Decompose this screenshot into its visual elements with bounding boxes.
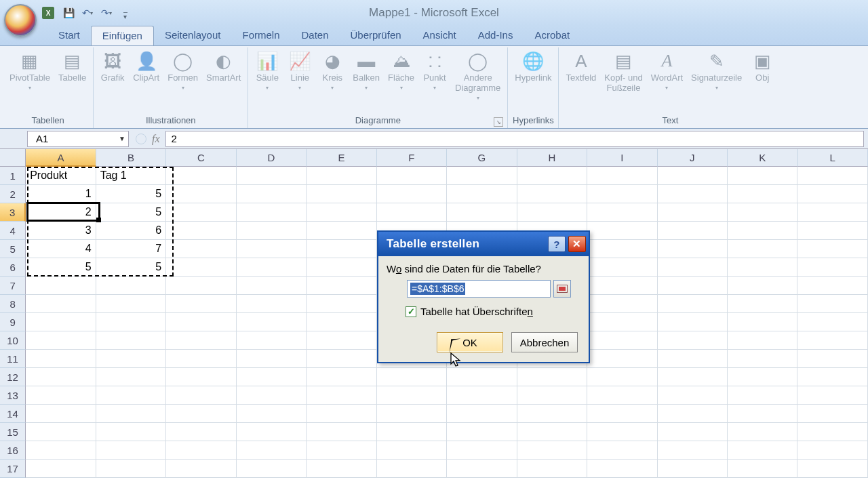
cell[interactable] bbox=[797, 423, 867, 441]
cell[interactable] bbox=[517, 441, 587, 460]
cell[interactable] bbox=[587, 313, 657, 331]
cell[interactable] bbox=[658, 368, 728, 386]
cell[interactable] bbox=[237, 368, 307, 386]
cancel-formula-icon[interactable] bbox=[136, 134, 146, 144]
cell[interactable] bbox=[96, 441, 166, 460]
cell[interactable] bbox=[96, 350, 166, 368]
cell[interactable]: 6 bbox=[96, 222, 166, 240]
cell[interactable] bbox=[797, 405, 867, 423]
cell[interactable] bbox=[237, 313, 307, 331]
formen-button[interactable]: ◯ Formen ▾ bbox=[163, 49, 202, 92]
cell[interactable] bbox=[658, 277, 728, 295]
cell[interactable] bbox=[377, 185, 447, 203]
cell[interactable] bbox=[237, 167, 307, 185]
row-header[interactable]: 6 bbox=[0, 258, 26, 277]
cell[interactable]: 5 bbox=[96, 203, 166, 222]
cell[interactable]: 4 bbox=[26, 240, 96, 258]
cell[interactable] bbox=[658, 441, 728, 460]
cell[interactable] bbox=[587, 368, 657, 386]
fx-icon[interactable]: fx bbox=[152, 133, 160, 145]
cell[interactable] bbox=[658, 423, 728, 441]
row-header[interactable]: 12 bbox=[0, 368, 26, 386]
cell[interactable] bbox=[166, 295, 236, 313]
cell[interactable] bbox=[26, 423, 96, 441]
ok-button[interactable]: OK bbox=[437, 332, 503, 352]
row-header[interactable]: 14 bbox=[0, 405, 26, 423]
column-header[interactable]: C bbox=[166, 149, 236, 167]
cell[interactable] bbox=[728, 331, 797, 350]
row-header[interactable]: 17 bbox=[0, 460, 26, 478]
header-footer-button[interactable]: ▤Kopf- und Fußzeile bbox=[600, 49, 646, 95]
cell[interactable] bbox=[797, 350, 867, 368]
column-header[interactable]: L bbox=[798, 149, 868, 167]
cell[interactable] bbox=[797, 222, 867, 240]
cell[interactable] bbox=[517, 460, 587, 478]
cell[interactable] bbox=[797, 240, 867, 258]
cell[interactable]: 5 bbox=[96, 258, 166, 277]
textbox-button[interactable]: ATextfeld bbox=[561, 49, 600, 85]
cell[interactable] bbox=[237, 295, 307, 313]
cell[interactable] bbox=[728, 460, 797, 478]
cell[interactable] bbox=[166, 313, 236, 331]
cell[interactable] bbox=[377, 203, 447, 222]
formula-bar[interactable]: 2 bbox=[165, 131, 864, 147]
cell[interactable] bbox=[447, 185, 517, 203]
row-header[interactable]: 10 bbox=[0, 331, 26, 350]
cell[interactable] bbox=[377, 386, 447, 405]
cell[interactable]: 1 bbox=[26, 185, 96, 203]
cell[interactable] bbox=[166, 405, 236, 423]
row-header[interactable]: 15 bbox=[0, 423, 26, 441]
cell[interactable] bbox=[797, 185, 867, 203]
cell[interactable] bbox=[587, 240, 657, 258]
cell[interactable] bbox=[517, 185, 587, 203]
row-header[interactable]: 16 bbox=[0, 441, 26, 460]
cell[interactable] bbox=[447, 405, 517, 423]
row-header[interactable]: 3 bbox=[0, 203, 26, 222]
wordart-button[interactable]: AWordArt▾ bbox=[647, 49, 687, 92]
cell[interactable] bbox=[797, 277, 867, 295]
cell[interactable] bbox=[447, 203, 517, 222]
cell[interactable] bbox=[307, 203, 376, 222]
collapse-dialog-icon[interactable] bbox=[553, 280, 571, 298]
bar-chart-button[interactable]: ▬Balken▾ bbox=[349, 49, 384, 92]
cell[interactable]: Produkt bbox=[26, 167, 96, 185]
cell[interactable] bbox=[166, 441, 236, 460]
cell[interactable] bbox=[447, 460, 517, 478]
row-header[interactable]: 4 bbox=[0, 222, 26, 240]
cell[interactable] bbox=[166, 203, 236, 222]
cell[interactable] bbox=[166, 386, 236, 405]
cell[interactable] bbox=[728, 386, 797, 405]
row-header[interactable]: 7 bbox=[0, 277, 26, 295]
column-header[interactable]: G bbox=[447, 149, 517, 167]
cell[interactable] bbox=[728, 441, 797, 460]
cell[interactable] bbox=[658, 295, 728, 313]
cell[interactable] bbox=[797, 295, 867, 313]
cell[interactable] bbox=[307, 405, 376, 423]
cell[interactable] bbox=[728, 295, 797, 313]
dropdown-icon[interactable]: ▼ bbox=[119, 135, 125, 142]
smartart-button[interactable]: ◐ SmartArt bbox=[202, 49, 245, 85]
cell[interactable] bbox=[237, 350, 307, 368]
name-box[interactable]: A1 ▼ bbox=[27, 131, 129, 147]
cell[interactable] bbox=[797, 368, 867, 386]
cell[interactable] bbox=[658, 240, 728, 258]
cell[interactable] bbox=[307, 423, 376, 441]
hyperlink-button[interactable]: 🌐Hyperlink bbox=[511, 49, 555, 85]
undo-icon[interactable]: ↶ ▾ bbox=[80, 5, 95, 20]
cell[interactable] bbox=[658, 460, 728, 478]
cell[interactable] bbox=[797, 167, 867, 185]
cell[interactable] bbox=[728, 350, 797, 368]
cell[interactable] bbox=[447, 368, 517, 386]
cell[interactable] bbox=[237, 460, 307, 478]
cell[interactable] bbox=[658, 313, 728, 331]
cell[interactable] bbox=[587, 350, 657, 368]
cell[interactable] bbox=[797, 258, 867, 277]
object-button[interactable]: ▣Obj bbox=[746, 49, 778, 85]
tab-start[interactable]: Start bbox=[47, 26, 91, 45]
cell[interactable] bbox=[587, 386, 657, 405]
cell[interactable] bbox=[96, 405, 166, 423]
cell[interactable] bbox=[517, 423, 587, 441]
cell[interactable] bbox=[728, 167, 797, 185]
column-header[interactable]: D bbox=[237, 149, 307, 167]
clipart-button[interactable]: 👤 ClipArt bbox=[129, 49, 163, 85]
